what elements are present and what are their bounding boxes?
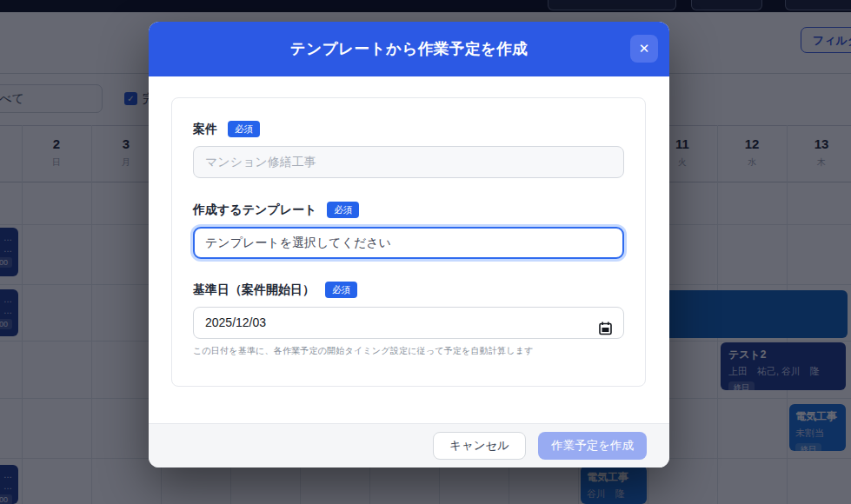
- modal-header: テンプレートから作業予定を作成 ✕: [149, 22, 669, 76]
- base-date-input[interactable]: 2025/12/03: [193, 307, 624, 339]
- base-date-value: 2025/12/03: [205, 315, 266, 329]
- required-badge: 必須: [228, 121, 260, 137]
- create-schedule-modal: テンプレートから作業予定を作成 ✕ 案件 必須 マンション修繕工事 作成するテン…: [149, 22, 669, 468]
- template-field-label: 作成するテンプレート: [193, 202, 316, 218]
- required-badge: 必須: [325, 282, 357, 298]
- form-card: 案件 必須 マンション修繕工事 作成するテンプレート 必須 テンプレートを選択し…: [171, 97, 646, 387]
- cancel-button[interactable]: キャンセル: [433, 432, 526, 460]
- modal-footer: キャンセル 作業予定を作成: [149, 423, 669, 468]
- template-select[interactable]: テンプレートを選択してください: [193, 227, 624, 259]
- project-field-label: 案件: [193, 122, 217, 137]
- close-icon[interactable]: ✕: [630, 35, 658, 63]
- project-field[interactable]: マンション修繕工事: [193, 146, 624, 178]
- base-date-field-label: 基準日（案件開始日）: [193, 282, 315, 298]
- modal-title: テンプレートから作業予定を作成: [149, 22, 669, 76]
- calendar-icon[interactable]: [599, 316, 612, 347]
- create-schedule-button[interactable]: 作業予定を作成: [538, 432, 647, 460]
- required-badge: 必須: [327, 202, 359, 218]
- base-date-help-text: この日付を基準に、各作業予定の開始タイミング設定に従って予定を自動計算します: [193, 345, 624, 357]
